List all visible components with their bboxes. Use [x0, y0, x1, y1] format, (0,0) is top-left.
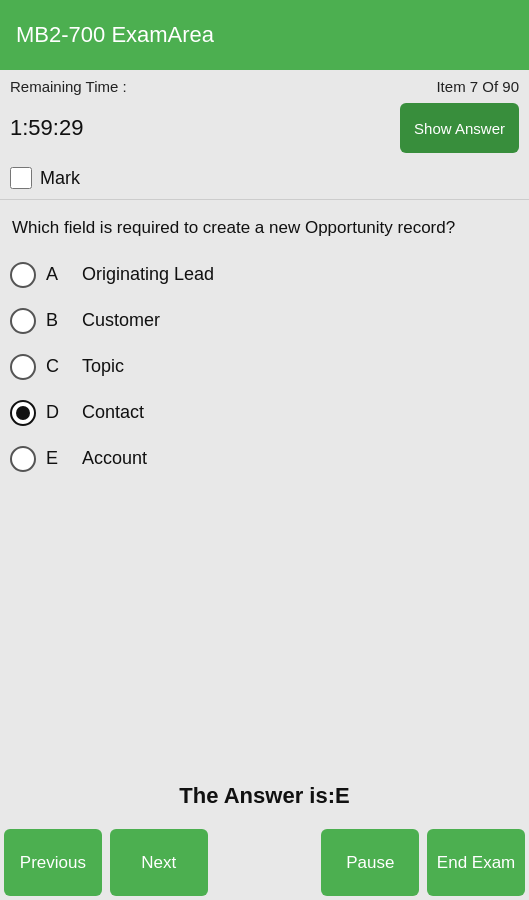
option-letter-b: B — [46, 310, 66, 331]
next-button[interactable]: Next — [110, 829, 208, 896]
option-letter-d: D — [46, 402, 66, 423]
option-radio-c — [10, 354, 36, 380]
option-text-b: Customer — [82, 310, 160, 331]
option-item-e[interactable]: EAccount — [10, 436, 519, 482]
options-list: AOriginating LeadBCustomerCTopicDContact… — [0, 252, 529, 482]
end-exam-button[interactable]: End Exam — [427, 829, 525, 896]
option-text-a: Originating Lead — [82, 264, 214, 285]
option-letter-e: E — [46, 448, 66, 469]
option-item-c[interactable]: CTopic — [10, 344, 519, 390]
timer-row: 1:59:29 Show Answer — [0, 99, 529, 161]
option-text-d: Contact — [82, 402, 144, 423]
mark-label[interactable]: Mark — [40, 168, 80, 189]
show-answer-button[interactable]: Show Answer — [400, 103, 519, 153]
nav-spacer — [216, 829, 314, 896]
answer-area: The Answer is:E — [0, 767, 529, 825]
option-item-a[interactable]: AOriginating Lead — [10, 252, 519, 298]
app-title: MB2-700 ExamArea — [16, 22, 214, 48]
header: MB2-700 ExamArea — [0, 0, 529, 70]
previous-button[interactable]: Previous — [4, 829, 102, 896]
option-radio-e — [10, 446, 36, 472]
option-item-d[interactable]: DContact — [10, 390, 519, 436]
countdown-timer: 1:59:29 — [10, 115, 83, 141]
remaining-time-label: Remaining Time : — [10, 78, 127, 95]
option-radio-d — [10, 400, 36, 426]
option-radio-b — [10, 308, 36, 334]
option-text-c: Topic — [82, 356, 124, 377]
bottom-navigation: Previous Next Pause End Exam — [0, 825, 529, 900]
option-item-b[interactable]: BCustomer — [10, 298, 519, 344]
option-radio-a — [10, 262, 36, 288]
option-text-e: Account — [82, 448, 147, 469]
option-letter-a: A — [46, 264, 66, 285]
question-text: Which field is required to create a new … — [0, 200, 529, 252]
answer-text: The Answer is:E — [179, 783, 349, 808]
pause-button[interactable]: Pause — [321, 829, 419, 896]
info-bar: Remaining Time : Item 7 Of 90 — [0, 70, 529, 99]
option-letter-c: C — [46, 356, 66, 377]
mark-checkbox[interactable] — [10, 167, 32, 189]
mark-row: Mark — [0, 161, 529, 199]
item-counter: Item 7 Of 90 — [436, 78, 519, 95]
